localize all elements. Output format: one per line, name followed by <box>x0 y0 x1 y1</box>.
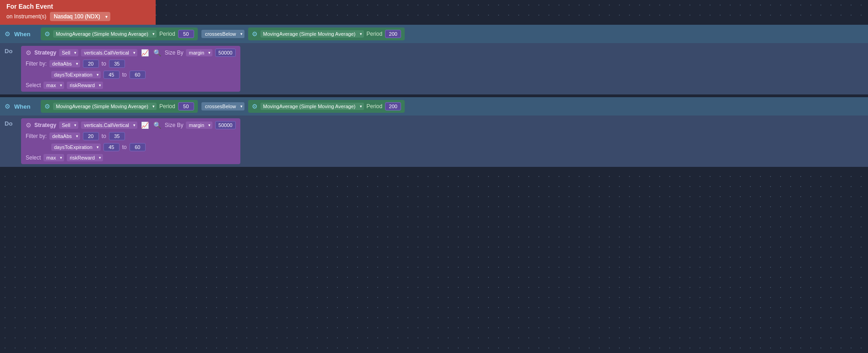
filter-by-label-2: Filter by: <box>26 133 47 139</box>
strategy-name-dropdown-1[interactable]: verticals.CallVertical <box>81 49 137 56</box>
action-dropdown-2[interactable]: Sell <box>59 121 78 129</box>
filter-to-2a[interactable]: 35 <box>109 132 125 140</box>
period-value-1a[interactable]: 50 <box>178 30 194 38</box>
filter-from-1a[interactable]: 20 <box>83 60 99 68</box>
filter-row-2b: daysToExpiration 45 to 60 <box>51 143 236 151</box>
action-dropdown-1[interactable]: Sell <box>59 49 78 56</box>
chart-icon-1[interactable]: 📈 <box>140 49 150 56</box>
do-row-2: Do ⚙ Strategy Sell verticals.CallVertica… <box>0 116 868 167</box>
select-field-dropdown-2[interactable]: riskReward <box>67 154 103 161</box>
event-block-2: ⚙ When ⚙ MovingAverage (Simple Moving Av… <box>0 97 868 167</box>
filter-from-1b[interactable]: 45 <box>103 71 119 79</box>
size-by-label-1: Size By <box>165 50 184 56</box>
period-label-2a: Period <box>159 103 175 110</box>
strategy-text-label-1: Strategy <box>34 50 56 56</box>
gear-icon-strategy-2[interactable]: ⚙ <box>26 121 32 129</box>
strategy-block-1: ⚙ Strategy Sell verticals.CallVertical 📈… <box>21 46 240 92</box>
on-instrument-label: on Instrument(s) <box>6 13 46 20</box>
ma-dropdown-2a[interactable]: MovingAverage (Simple Moving Average) <box>53 103 157 110</box>
do-row-1: Do ⚙ Strategy Sell verticals.CallVertica… <box>0 43 868 94</box>
filter-to-2b[interactable]: 60 <box>130 143 146 151</box>
ma-dropdown-1b[interactable]: MovingAverage (Simple Moving Average) <box>260 30 364 38</box>
do-label-2: Do <box>5 118 17 127</box>
period-value-2b[interactable]: 200 <box>385 102 401 110</box>
size-by-label-2: Size By <box>165 122 184 128</box>
period-label-1a: Period <box>159 31 175 37</box>
when-row-1: ⚙ When ⚙ MovingAverage (Simple Moving Av… <box>0 25 868 43</box>
gear-icon-strategy-1[interactable]: ⚙ <box>26 49 32 56</box>
header-block: For Each Event on Instrument(s) Nasdaq 1… <box>0 0 156 25</box>
gear-icon-cond-1a[interactable]: ⚙ <box>44 30 50 38</box>
ma-dropdown-1a[interactable]: MovingAverage (Simple Moving Average) <box>53 30 157 38</box>
filter-from-2a[interactable]: 20 <box>83 132 99 140</box>
filter-field-2b[interactable]: daysToExpiration <box>51 143 101 151</box>
filter-to-text-1b: to <box>122 72 127 78</box>
select-field-dropdown-1[interactable]: riskReward <box>67 82 103 89</box>
gear-icon-cond-2b[interactable]: ⚙ <box>252 103 258 110</box>
crosses-btn-1[interactable]: crossesBelow <box>201 30 244 38</box>
filter-row-1b: daysToExpiration 45 to 60 <box>51 71 236 79</box>
select-label-2: Select <box>26 154 41 161</box>
gear-icon-cond-1b[interactable]: ⚙ <box>252 30 258 38</box>
condition-block-1a: ⚙ MovingAverage (Simple Moving Average) … <box>41 28 198 40</box>
select-row-1: Select max riskReward <box>26 82 236 89</box>
when-label-2: When <box>14 103 37 110</box>
size-value-1[interactable]: 50000 <box>215 49 236 57</box>
gear-icon-when-1[interactable]: ⚙ <box>5 30 11 38</box>
ma-dropdown-2b[interactable]: MovingAverage (Simple Moving Average) <box>260 103 364 110</box>
strategy-top-row-1: ⚙ Strategy Sell verticals.CallVertical 📈… <box>26 49 236 57</box>
filter-from-2b[interactable]: 45 <box>103 143 119 151</box>
select-method-dropdown-1[interactable]: max <box>43 82 64 89</box>
size-by-dropdown-2[interactable]: margin <box>186 121 212 129</box>
filter-to-1b[interactable]: 60 <box>130 71 146 79</box>
strategy-text-label-2: Strategy <box>34 122 56 128</box>
size-value-2[interactable]: 50000 <box>215 121 236 129</box>
size-by-dropdown-1[interactable]: margin <box>186 49 212 56</box>
filter-field-1a[interactable]: deltaAbs <box>49 60 80 67</box>
filter-field-2a[interactable]: deltaAbs <box>49 132 80 140</box>
strategy-name-dropdown-2[interactable]: verticals.CallVertical <box>81 121 137 129</box>
instrument-dropdown[interactable]: Nasdaq 100 (NDX) <box>50 12 110 21</box>
search-icon-2[interactable]: 🔍 <box>152 121 162 129</box>
header-title: For Each Event <box>6 3 149 10</box>
do-label-1: Do <box>5 46 17 55</box>
instrument-dropdown-wrapper[interactable]: Nasdaq 100 (NDX) Nasdaq 100 (NDX) <box>50 12 110 21</box>
main-container: For Each Event on Instrument(s) Nasdaq 1… <box>0 0 868 167</box>
event-block-1: ⚙ When ⚙ MovingAverage (Simple Moving Av… <box>0 25 868 94</box>
strategy-block-2: ⚙ Strategy Sell verticals.CallVertical 📈… <box>21 118 240 164</box>
filter-to-text-1a: to <box>102 61 106 67</box>
filter-label-row-2: Filter by: deltaAbs 20 to 35 <box>26 132 236 140</box>
gear-icon-cond-2a[interactable]: ⚙ <box>44 103 50 110</box>
strategy-top-row-2: ⚙ Strategy Sell verticals.CallVertical 📈… <box>26 121 236 129</box>
filter-to-text-2b: to <box>122 144 127 150</box>
filter-to-1a[interactable]: 35 <box>109 60 125 68</box>
select-method-dropdown-2[interactable]: max <box>43 154 64 161</box>
crosses-btn-2[interactable]: crossesBelow <box>201 102 244 110</box>
gear-icon-when-2[interactable]: ⚙ <box>5 103 11 110</box>
period-label-1b: Period <box>367 31 383 37</box>
condition-block-2a: ⚙ MovingAverage (Simple Moving Average) … <box>41 100 198 113</box>
select-label-1: Select <box>26 82 41 88</box>
period-value-2a[interactable]: 50 <box>178 102 194 110</box>
filter-field-1b[interactable]: daysToExpiration <box>51 71 101 78</box>
when-row-2: ⚙ When ⚙ MovingAverage (Simple Moving Av… <box>0 97 868 116</box>
period-label-2b: Period <box>367 103 383 110</box>
filter-by-label-1: Filter by: <box>26 61 47 67</box>
chart-icon-2[interactable]: 📈 <box>140 121 150 129</box>
period-value-1b[interactable]: 200 <box>385 30 401 38</box>
filter-label-row-1: Filter by: deltaAbs 20 to 35 <box>26 60 236 68</box>
when-label-1: When <box>14 31 37 38</box>
filter-to-text-2a: to <box>102 133 106 139</box>
search-icon-1[interactable]: 🔍 <box>152 49 162 56</box>
select-row-2: Select max riskReward <box>26 154 236 161</box>
condition-block-1b: ⚙ MovingAverage (Simple Moving Average) … <box>248 28 405 40</box>
header-row: on Instrument(s) Nasdaq 100 (NDX) Nasdaq… <box>6 12 149 21</box>
condition-block-2b: ⚙ MovingAverage (Simple Moving Average) … <box>248 100 405 113</box>
